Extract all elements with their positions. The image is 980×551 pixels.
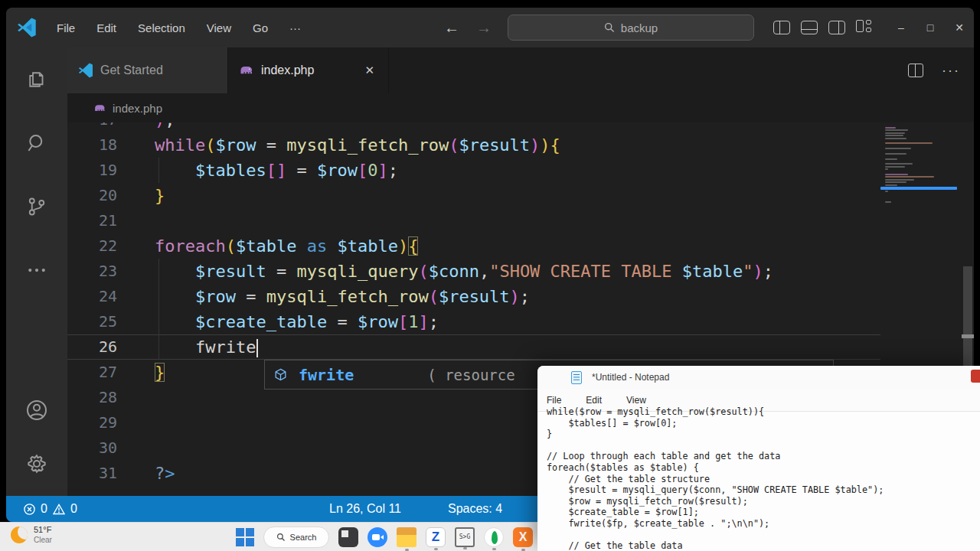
vscode-logo-icon [78, 63, 93, 78]
code-line-21: 21 [67, 208, 880, 233]
line-number: 28 [67, 385, 117, 410]
suggestion-label: fwrite [299, 366, 354, 384]
file-explorer-icon[interactable] [397, 527, 416, 547]
mongodb-app-icon[interactable] [484, 527, 504, 547]
settings-gear-icon[interactable] [18, 445, 55, 482]
search-icon [276, 533, 286, 542]
line-number: 23 [67, 259, 117, 284]
code-line-24: 24 $row = mysqli_fetch_row($result); [67, 284, 880, 309]
line-number: 31 [67, 461, 117, 486]
line-number: 29 [67, 410, 117, 435]
tab-label: Get Started [100, 64, 163, 77]
line-number: 22 [67, 233, 117, 259]
text-cursor [256, 339, 258, 357]
start-button[interactable] [236, 528, 254, 546]
vscode-logo-icon [17, 18, 37, 37]
toggle-panel-icon[interactable] [801, 21, 818, 34]
line-number: 18 [67, 132, 117, 158]
zoom-app-icon[interactable] [368, 527, 387, 547]
title-bar: FileEditSelectionViewGo··· ← → backup – … [6, 8, 974, 47]
notepad-window: *Untitled - Notepad FileEditView while($… [537, 366, 980, 551]
php-elephant-icon [93, 102, 106, 115]
php-elephant-icon [239, 63, 254, 78]
editor-more-actions-icon[interactable]: ··· [942, 63, 960, 79]
search-query-text: backup [621, 21, 658, 34]
menu-go[interactable]: Go [245, 18, 276, 38]
line-number: 17 [67, 122, 117, 132]
line-number: 30 [67, 435, 117, 461]
code-line-26: 26 fwrite [67, 334, 880, 360]
minimize-button[interactable]: – [887, 8, 916, 47]
notepad-icon [571, 371, 582, 384]
notepad-text-area[interactable]: while($row = mysqli_fetch_row($result)){… [537, 406, 980, 551]
moon-icon [11, 527, 28, 543]
code-line-19: 19 $tables[] = $row[0]; [67, 158, 880, 183]
line-number: 27 [67, 360, 117, 385]
search-icon [604, 22, 615, 33]
maximize-button[interactable]: □ [916, 8, 945, 47]
nav-forward-icon[interactable]: → [476, 19, 492, 37]
customize-layout-icon[interactable] [856, 20, 874, 35]
sg-monitor-app-icon[interactable]: S>G [455, 527, 475, 547]
search-label: Search [290, 533, 317, 542]
tab-label: index.php [261, 64, 314, 77]
cursor-position[interactable]: Ln 26, Col 11 [329, 502, 401, 516]
explorer-icon[interactable] [18, 61, 55, 98]
weather-widget[interactable]: 51°F Clear [11, 525, 52, 545]
code-line-20: 20} [67, 183, 880, 208]
error-icon [23, 503, 36, 516]
line-number: 19 [67, 158, 117, 183]
weather-temp: 51°F [34, 525, 52, 535]
warning-icon [52, 503, 66, 516]
notepad-close-button[interactable] [971, 370, 980, 383]
line-number: 26 [67, 335, 117, 359]
symbol-function-cube-icon [273, 367, 288, 382]
taskbar-search[interactable]: Search [263, 527, 329, 548]
z-app-icon[interactable]: Z [426, 527, 446, 547]
tab-index-php[interactable]: index.php ✕ [228, 47, 389, 93]
dark-app-icon[interactable] [338, 527, 358, 547]
breadcrumb[interactable]: index.php [67, 93, 974, 122]
activity-bar [6, 47, 67, 496]
split-editor-icon[interactable] [908, 64, 923, 77]
more-views-icon[interactable] [18, 252, 55, 289]
problems-warnings[interactable]: 0 [52, 502, 77, 516]
tab-strip: Get Started index.php ✕ ··· [67, 47, 974, 93]
command-center-search[interactable]: backup [508, 15, 754, 41]
close-button[interactable]: ✕ [945, 8, 974, 47]
indent-guide [158, 259, 159, 360]
tab-get-started[interactable]: Get Started [67, 47, 228, 93]
toggle-sidebar-icon[interactable] [773, 21, 790, 34]
code-line-22: 22foreach($table as $table){ [67, 233, 880, 259]
nav-back-icon[interactable]: ← [444, 19, 459, 37]
line-number: 24 [67, 284, 117, 309]
breadcrumb-file: index.php [113, 102, 162, 115]
weather-condition: Clear [34, 535, 52, 545]
notepad-title: *Untitled - Notepad [592, 372, 669, 383]
close-tab-icon[interactable]: ✕ [361, 62, 377, 79]
menu-file[interactable]: File [49, 18, 83, 38]
code-line-17: 17); [67, 122, 880, 132]
cursor-overview-marker [962, 334, 974, 338]
indentation-setting[interactable]: Spaces: 4 [448, 502, 502, 516]
suggestion-detail: ( resource [427, 367, 514, 383]
line-number: 25 [67, 309, 117, 334]
search-icon[interactable] [18, 125, 55, 161]
menu-edit[interactable]: Edit [89, 18, 124, 38]
notepad-title-bar[interactable]: *Untitled - Notepad [537, 366, 980, 389]
indent-guide [158, 158, 159, 183]
code-line-25: 25 $create_table = $row[1]; [67, 309, 880, 334]
line-number: 20 [67, 183, 117, 208]
account-icon[interactable] [18, 392, 55, 429]
menu-view[interactable]: View [199, 18, 239, 38]
problems-errors[interactable]: 0 [23, 502, 47, 516]
xampp-app-icon[interactable]: X [513, 527, 533, 547]
menu-selection[interactable]: Selection [130, 18, 193, 38]
code-line-18: 18while($row = mysqli_fetch_row($result)… [67, 132, 880, 158]
toggle-secondary-sidebar-icon[interactable] [828, 21, 845, 34]
source-control-icon[interactable] [18, 188, 55, 225]
code-line-23: 23 $result = mysqli_query($conn,"SHOW CR… [67, 259, 880, 284]
menu-more[interactable]: ··· [282, 18, 309, 38]
line-number: 21 [67, 208, 117, 233]
menu-bar: FileEditSelectionViewGo··· [49, 18, 309, 38]
